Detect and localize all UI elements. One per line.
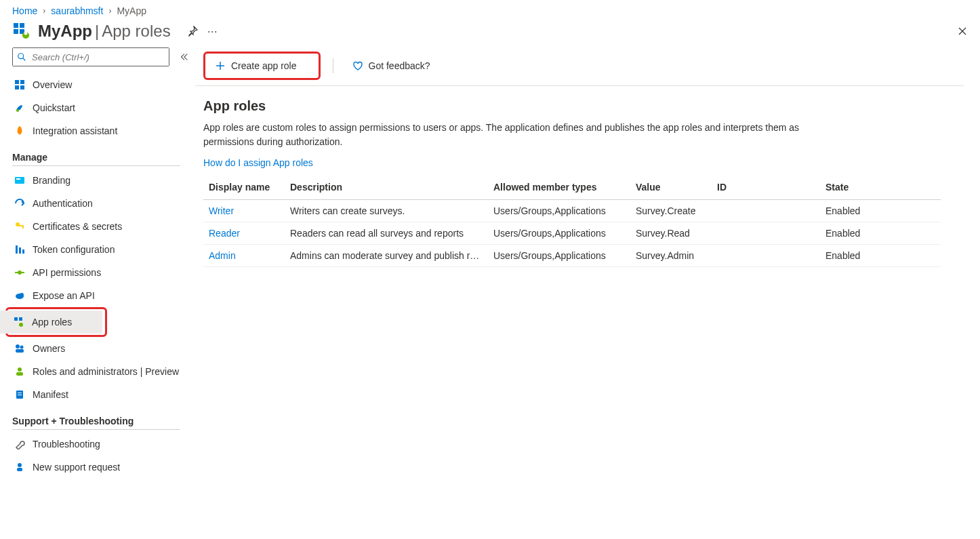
svg-rect-26 xyxy=(14,317,18,321)
row-name[interactable]: Admin xyxy=(209,250,236,261)
help-link[interactable]: How do I assign App roles xyxy=(203,157,313,168)
nav-api-permissions[interactable]: API permissions xyxy=(12,261,195,284)
svg-rect-38 xyxy=(17,468,22,471)
row-types: Users/Groups,Applications xyxy=(488,245,630,267)
nav-support: Troubleshooting New support request xyxy=(12,433,195,479)
nav-token-configuration[interactable]: Token configuration xyxy=(12,238,195,261)
nav-roles-admins[interactable]: Roles and administrators | Preview xyxy=(12,360,195,383)
svg-rect-8 xyxy=(15,80,19,84)
svg-rect-16 xyxy=(19,225,24,226)
close-icon[interactable] xyxy=(957,26,968,37)
roles-icon xyxy=(14,365,26,378)
row-description: Readers can read all surveys and reports xyxy=(285,222,488,245)
col-id[interactable]: ID xyxy=(712,175,820,200)
page-title-app: MyApp xyxy=(38,22,92,41)
row-id xyxy=(712,222,820,245)
nav-top: Overview Quickstart Integration assistan… xyxy=(12,73,195,142)
svg-line-7 xyxy=(23,58,26,61)
branding-icon xyxy=(14,174,26,186)
svg-point-6 xyxy=(18,54,24,59)
collapse-sidebar-icon[interactable] xyxy=(179,52,188,62)
app-icon xyxy=(12,22,31,41)
nav-quickstart[interactable]: Quickstart xyxy=(12,96,195,119)
col-display-name[interactable]: Display name xyxy=(203,175,285,200)
api-icon xyxy=(14,266,26,279)
heart-icon xyxy=(352,60,363,71)
nav-label: Owners xyxy=(33,343,65,354)
pin-icon[interactable] xyxy=(187,26,198,37)
svg-point-37 xyxy=(18,463,22,467)
nav-label: Authentication xyxy=(33,198,93,209)
row-name[interactable]: Writer xyxy=(209,205,234,216)
row-types: Users/Groups,Applications xyxy=(488,222,630,245)
nav-label: Troubleshooting xyxy=(33,439,100,450)
more-icon[interactable]: ··· xyxy=(207,25,218,37)
nav-owners[interactable]: Owners xyxy=(12,337,195,360)
key-icon xyxy=(14,220,26,233)
nav-section-support: Support + Troubleshooting xyxy=(12,416,180,430)
row-description: Writers can create surveys. xyxy=(285,200,488,222)
table-row[interactable]: ReaderReaders can read all surveys and r… xyxy=(203,222,941,245)
col-description[interactable]: Description xyxy=(285,175,488,200)
row-name[interactable]: Reader xyxy=(209,228,240,239)
row-state: Enabled xyxy=(820,200,941,222)
auth-icon xyxy=(14,197,26,209)
nav-label: New support request xyxy=(33,462,120,473)
svg-rect-14 xyxy=(16,178,20,180)
search-icon xyxy=(17,52,26,62)
svg-rect-17 xyxy=(22,226,24,228)
sidebar: Overview Quickstart Integration assistan… xyxy=(0,47,195,492)
col-member-types[interactable]: Allowed member types xyxy=(488,175,630,200)
breadcrumb-home[interactable]: Home xyxy=(12,5,37,16)
toolbar: Create app role Got feedback? xyxy=(195,47,964,86)
nav-label: Integration assistant xyxy=(33,125,117,136)
app-roles-table: Display name Description Allowed member … xyxy=(203,175,941,267)
nav-branding[interactable]: Branding xyxy=(12,169,195,192)
nav-manifest[interactable]: Manifest xyxy=(12,383,195,406)
svg-point-30 xyxy=(20,346,24,349)
quickstart-icon xyxy=(14,102,26,114)
svg-point-29 xyxy=(16,344,20,348)
nav-integration-assistant[interactable]: Integration assistant xyxy=(12,119,195,142)
breadcrumb-current: MyApp xyxy=(117,5,146,16)
row-id xyxy=(712,245,820,267)
table-row[interactable]: AdminAdmins can moderate survey and publ… xyxy=(203,245,941,267)
col-state[interactable]: State xyxy=(820,175,941,200)
nav-certificates-secrets[interactable]: Certificates & secrets xyxy=(12,215,195,238)
nav-label: App roles xyxy=(32,317,72,327)
nav-label: Token configuration xyxy=(33,244,115,255)
svg-point-32 xyxy=(18,367,22,372)
chevron-right-icon: › xyxy=(107,6,113,16)
button-label: Got feedback? xyxy=(369,60,430,71)
nav-overview[interactable]: Overview xyxy=(12,73,195,96)
svg-rect-13 xyxy=(15,177,24,184)
nav-troubleshooting[interactable]: Troubleshooting xyxy=(12,433,195,456)
nav-app-roles[interactable]: App roles xyxy=(0,311,102,334)
content-heading: App roles xyxy=(203,98,941,114)
table-row[interactable]: WriterWriters can create surveys.Users/G… xyxy=(203,200,941,222)
nav-label: Branding xyxy=(33,175,70,186)
owners-icon xyxy=(14,342,26,355)
create-app-role-button[interactable]: Create app role xyxy=(208,56,304,75)
overview-icon xyxy=(14,79,26,91)
nav-new-support-request[interactable]: New support request xyxy=(12,456,195,479)
nav-label: Manifest xyxy=(33,389,68,400)
row-state: Enabled xyxy=(820,245,941,267)
nav-section-manage: Manage xyxy=(12,152,180,166)
svg-rect-27 xyxy=(19,317,22,321)
row-value: Survey.Read xyxy=(630,222,712,245)
row-types: Users/Groups,Applications xyxy=(488,200,630,222)
breadcrumb-org[interactable]: saurabhmsft xyxy=(51,5,103,16)
nav-label: Quickstart xyxy=(33,102,75,113)
row-description: Admins can moderate survey and publish r… xyxy=(285,245,488,267)
main-content: Create app role Got feedback? App roles … xyxy=(195,47,980,492)
nav-label: API permissions xyxy=(33,267,101,278)
support-icon xyxy=(14,461,26,473)
search-input[interactable] xyxy=(13,48,169,66)
svg-rect-1 xyxy=(20,23,24,28)
got-feedback-button[interactable]: Got feedback? xyxy=(346,56,437,75)
col-value[interactable]: Value xyxy=(630,175,712,200)
nav-label: Roles and administrators | Preview xyxy=(33,366,179,377)
nav-authentication[interactable]: Authentication xyxy=(12,192,195,215)
nav-expose-api[interactable]: Expose an API xyxy=(12,284,195,307)
